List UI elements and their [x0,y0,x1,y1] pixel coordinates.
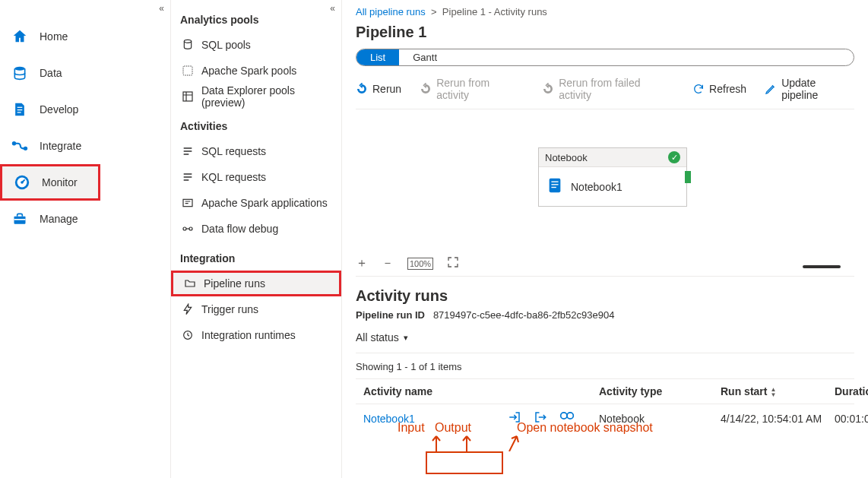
table-row: Notebook1 Notebook 4/14/22, 10:54:01 AM … [356,404,854,432]
svg-point-0 [14,67,24,71]
document-icon [11,100,29,119]
node-output-handle[interactable] [685,171,691,183]
rerun-activity-button: Rerun from activity [420,77,524,101]
canvas[interactable]: Notebook ✓ Notebook1 ＋ － 100% [356,109,854,277]
subnav-label: Apache Spark applications [201,197,328,209]
run-start-cell: 4/14/22, 10:54:01 AM [721,413,835,425]
svg-point-23 [567,413,573,419]
sort-icon: ▲▼ [770,387,776,397]
toolbar: Rerun Rerun from activity Rerun from fai… [356,74,854,109]
view-gantt[interactable]: Gantt [399,49,451,65]
breadcrumb-root[interactable]: All pipeline runs [356,6,426,17]
rerun-failed-icon [542,83,554,95]
node-name: Notebook1 [571,181,622,193]
success-badge-icon: ✓ [668,151,680,163]
subnav-spark-apps[interactable]: Apache Spark applications [171,190,341,216]
col-duration[interactable]: Duration [835,385,868,397]
fit-screen-icon[interactable] [447,256,459,271]
nav-data-label: Data [40,67,62,79]
col-run-start[interactable]: Run start▲▼ [721,385,835,397]
subnav-spark-pools[interactable]: Apache Spark pools [171,58,341,84]
chevron-down-icon: ▾ [404,333,408,343]
svg-rect-19 [551,182,558,182]
output-icon[interactable] [534,410,547,426]
pipeline-run-icon [182,277,198,290]
section-integration: Integration [171,242,341,271]
svg-point-15 [183,227,186,230]
rerun-label: Rerun [372,83,401,95]
pencil-icon [765,83,777,95]
svg-rect-14 [183,199,192,206]
breadcrumb: All pipeline runs > Pipeline 1 - Activit… [356,5,854,24]
database-icon [11,64,29,82]
subnav-integration-runtimes[interactable]: Integration runtimes [171,322,341,348]
update-pipeline-button[interactable]: Update pipeline [765,77,854,101]
col-activity-type[interactable]: Activity type [599,385,721,397]
toolbox-icon [11,210,29,228]
status-filter-label: All status [356,331,399,343]
svg-point-4 [13,142,15,144]
subnav-dataflow-debug[interactable]: Data flow debug [171,216,341,242]
main-content: All pipeline runs > Pipeline 1 - Activit… [342,0,868,478]
canvas-node-notebook[interactable]: Notebook ✓ Notebook1 [538,147,687,207]
row-actions [508,410,599,426]
nav-monitor[interactable]: Monitor [0,164,100,201]
nav-develop[interactable]: Develop [0,91,170,128]
runtime-icon [180,329,195,341]
refresh-button[interactable]: Refresh [692,83,746,95]
activity-runs-title: Activity runs [356,287,854,305]
rerun-button[interactable]: Rerun [356,83,401,95]
subnav-kql-requests[interactable]: KQL requests [171,164,341,190]
input-icon[interactable] [508,410,521,426]
collapse-left-icon[interactable]: « [159,3,164,14]
subnav-sql-requests[interactable]: SQL requests [171,138,341,164]
zoom-out-icon[interactable]: － [382,255,394,271]
subnav-label: Trigger runs [201,303,258,315]
zoom-in-icon[interactable]: ＋ [356,255,368,271]
nav-manage-label: Manage [40,213,78,225]
update-pipeline-label: Update pipeline [781,77,854,101]
rerun-activity-label: Rerun from activity [436,77,524,101]
subnav-sql-pools[interactable]: SQL pools [171,32,341,58]
svg-point-11 [184,40,191,43]
monitor-subnav: « Analytics pools SQL pools Apache Spark… [171,0,342,478]
subnav-label: Integration runtimes [201,329,296,341]
explorer-icon [180,90,195,103]
zoom-reset-icon[interactable]: 100% [407,258,433,270]
nav-home-label: Home [40,30,68,43]
svg-rect-20 [551,184,558,185]
subnav-trigger-runs[interactable]: Trigger runs [171,296,341,322]
resize-handle[interactable] [803,265,841,268]
svg-rect-13 [183,92,192,101]
home-icon [11,27,29,46]
section-activities: Activities [171,109,341,138]
nav-manage[interactable]: Manage [0,201,170,237]
rerun-failed-button: Rerun from failed activity [542,77,674,101]
spark-icon [180,65,195,77]
nav-monitor-label: Monitor [42,176,78,188]
items-count: Showing 1 - 1 of 1 items [356,361,854,372]
subnav-label: Data Explorer pools (preview) [201,84,341,109]
subnav-label: SQL requests [201,145,266,157]
subnav-kusto-pools[interactable]: Data Explorer pools (preview) [171,84,341,109]
open-snapshot-icon[interactable] [559,410,575,426]
subnav-pipeline-runs[interactable]: Pipeline runs [171,271,341,296]
nav-home[interactable]: Home [0,18,170,55]
svg-rect-10 [14,219,26,220]
svg-point-22 [561,413,567,419]
breadcrumb-current: Pipeline 1 - Activity runs [442,6,547,17]
trigger-icon [180,303,195,315]
activity-grid: Activity name Activity type Run start▲▼ … [356,378,854,432]
nav-data[interactable]: Data [0,55,170,91]
pipeline-run-id-label: Pipeline run ID [356,309,425,321]
nav-develop-label: Develop [40,103,78,116]
col-activity-name[interactable]: Activity name [363,385,508,397]
nav-integrate[interactable]: Integrate [0,128,170,164]
view-list[interactable]: List [356,49,399,65]
collapse-panel2-icon[interactable]: « [330,3,335,14]
nav-integrate-label: Integrate [40,140,81,152]
activity-name-link[interactable]: Notebook1 [363,413,508,425]
activity-type-cell: Notebook [599,413,721,425]
notebook-icon [546,176,563,197]
status-filter[interactable]: All status ▾ [356,331,854,343]
